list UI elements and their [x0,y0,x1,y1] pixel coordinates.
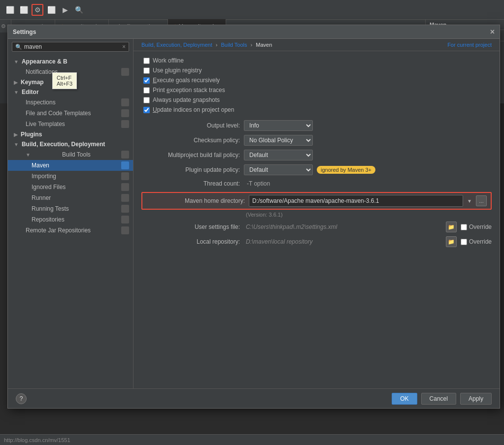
sidebar-item-running-tests[interactable]: Running Tests [8,203,133,214]
update-indices-checkbox[interactable] [143,107,150,113]
plugin-update-policy-row: Plugin update policy: Default Always Nev… [141,164,492,175]
cancel-button[interactable]: Cancel [421,393,456,405]
maven-home-input[interactable] [249,195,463,207]
use-plugin-registry-row: Use plugin registry [141,67,492,74]
work-offline-label: Work offline [153,57,184,64]
nav-indicator-6 [121,161,129,169]
work-offline-checkbox[interactable] [143,58,150,64]
settings-sidebar: 🔍 × Ctrl+F Alt+F3 ▼ Appearance & B [8,39,134,388]
toolbar-btn-5[interactable]: ▶ [59,4,71,16]
nav-indicator-4 [121,120,129,128]
sidebar-section-build[interactable]: ▼ Build, Execution, Deployment [8,139,133,149]
sidebar-item-build-tools[interactable]: ▼ Build Tools [8,149,133,160]
maven-home-browse-btn[interactable]: … [476,195,487,206]
settings-content: Build, Execution, Deployment › Build Too… [134,39,500,388]
breadcrumb-build[interactable]: Build, Execution, Deployment [141,42,212,48]
search-clear-btn[interactable]: × [122,43,126,50]
print-exception-label: Print exception stack traces [153,87,225,94]
checksum-policy-row: Checksum policy: No Global Policy Fail W… [141,135,492,146]
thread-count-label: Thread count: [141,180,240,187]
settings-search-input[interactable] [24,43,122,50]
nav-indicator-3 [121,109,129,117]
status-bar: http://blog.csdn.cn/mv/1551 [0,434,504,445]
nav-indicator-8 [121,183,129,191]
nav-indicator-9 [121,194,129,202]
execute-goals-row: Execute goals recursively [141,77,492,84]
dialog-titlebar: Settings × [8,25,500,39]
toolbar-settings-btn[interactable]: ⚙ [32,4,43,16]
dialog-footer: ? OK Cancel Apply [8,388,500,408]
breadcrumb-tools[interactable]: Build Tools [221,42,247,48]
execute-goals-label: Execute goals recursively [153,77,220,84]
output-level-select[interactable]: Info Debug Error [244,120,313,131]
sidebar-tree: ▼ Appearance & B Notifications ▶ Keymap … [8,55,133,388]
user-settings-override-checkbox[interactable] [461,224,467,230]
sidebar-item-ignored-files[interactable]: Ignored Files [8,182,133,192]
ide-toolbar: ⬜ ⬜ ⚙ ⬜ ▶ 🔍 [0,0,504,20]
sidebar-item-live-templates[interactable]: Live Templates [8,119,133,129]
search-tooltip: Ctrl+F Alt+F3 [52,72,77,89]
settings-form: Work offline Use plugin registry Execute… [134,51,500,388]
execute-goals-checkbox[interactable] [143,77,150,84]
nav-indicator-5 [121,151,129,159]
breadcrumb: Build, Execution, Deployment › Build Too… [134,39,500,51]
for-current-project: For current project [447,42,492,48]
sidebar-section-appearance[interactable]: ▼ Appearance & B [8,57,133,66]
sidebar-item-runner[interactable]: Runner [8,192,133,203]
sidebar-item-importing[interactable]: Importing [8,171,133,182]
plugin-update-policy-label: Plugin update policy: [141,166,240,173]
use-plugin-registry-checkbox[interactable] [143,67,150,74]
sidebar-item-inspections[interactable]: Inspections [8,97,133,108]
local-repo-override: Override [461,238,492,245]
ok-button[interactable]: OK [392,393,417,405]
print-exception-checkbox[interactable] [143,87,150,94]
sidebar-item-maven[interactable]: Maven [8,160,133,171]
sidebar-item-file-code-templates[interactable]: File and Code Templates [8,108,133,119]
settings-dialog: Settings × 🔍 × Ctrl+F Alt+F3 [7,25,500,409]
multiproject-policy-select[interactable]: Default Fail At End Fail Never [244,150,313,160]
help-button[interactable]: ? [16,393,27,404]
local-repo-input[interactable] [244,237,442,246]
sidebar-item-repositories[interactable]: Repositories [8,214,133,225]
breadcrumb-maven: Maven [256,42,272,48]
local-repo-override-checkbox[interactable] [461,239,467,245]
update-indices-row: Update indices on project open [141,106,492,113]
footer-buttons: OK Cancel Apply [392,393,492,405]
sidebar-section-plugins[interactable]: ▶ Plugins [8,129,133,139]
user-settings-browse-btn[interactable]: 📁 [446,222,457,232]
status-url: http://blog.csdn.cn/mv/1551 [4,437,70,443]
local-repo-browse-btn[interactable]: 📁 [446,236,457,247]
apply-button[interactable]: Apply [460,393,492,405]
user-settings-label: User settings file: [141,223,240,230]
use-plugin-registry-label: Use plugin registry [153,67,202,74]
nav-indicator-7 [121,172,129,180]
dialog-close-btn[interactable]: × [490,28,495,36]
local-repository-row: Local repository: 📁 Override [141,236,492,247]
plugin-update-policy-select[interactable]: Default Always Never [244,164,313,175]
multiproject-policy-label: Multiproject build fail policy: [141,152,240,159]
nav-indicator-11 [121,216,129,223]
multiproject-policy-row: Multiproject build fail policy: Default … [141,150,492,160]
thread-count-hint: -T option [244,179,273,188]
maven-home-label: Maven home directory: [146,197,245,204]
user-settings-row: User settings file: 📁 Override [141,222,492,232]
toolbar-btn-4[interactable]: ⬜ [45,4,57,16]
checksum-policy-label: Checksum policy: [141,137,240,144]
output-level-label: Output level: [141,122,240,129]
sidebar-item-remote-jar[interactable]: Remote Jar Repositories [8,225,133,236]
nav-indicator-12 [121,226,129,234]
output-level-row: Output level: Info Debug Error [141,120,492,131]
plugin-update-badge: ignored by Maven 3+ [317,166,375,174]
always-update-checkbox[interactable] [143,97,150,103]
toolbar-search-btn[interactable]: 🔍 [73,4,85,16]
search-icon: 🔍 [15,44,22,50]
thread-count-row: Thread count: -T option [141,179,492,188]
toolbar-btn-1[interactable]: ⬜ [4,4,16,16]
checksum-policy-select[interactable]: No Global Policy Fail Warn [244,135,313,146]
maven-home-directory-row: Maven home directory: ▼ … [141,192,492,210]
toolbar-btn-2[interactable]: ⬜ [18,4,30,16]
maven-version-hint: (Version: 3.6.1) [141,212,492,218]
user-settings-input[interactable] [244,222,442,231]
dialog-title: Settings [13,29,36,35]
breadcrumb-sep-2: › [251,42,254,48]
